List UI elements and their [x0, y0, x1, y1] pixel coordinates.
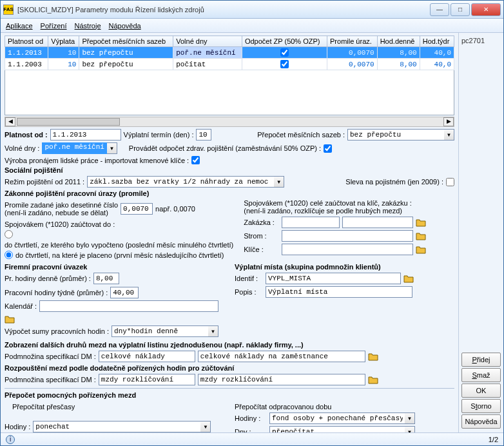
podm1-input[interactable] [99, 351, 195, 362]
vyplatni-input[interactable] [196, 129, 211, 141]
opt2-label: do čtvrtletí, na které je placeno (první… [15, 251, 224, 259]
opt1-radio[interactable] [5, 230, 13, 238]
zobr-header: Zobrazení dalších druhů mezd na výplatní… [5, 341, 304, 349]
close-button[interactable]: ✕ [471, 3, 501, 16]
folder-icon[interactable] [416, 218, 426, 227]
podm2-label: Podmnožina specifikací DM : [5, 376, 96, 383]
folder-icon[interactable] [416, 231, 426, 240]
rozp-header: Rozpouštění mezd podle dodatečně pořízen… [5, 364, 234, 372]
folder-icon[interactable] [5, 315, 15, 324]
folder-icon[interactable] [368, 375, 378, 384]
podm2-input[interactable] [198, 351, 365, 362]
col-volne[interactable]: Volné dny [173, 36, 242, 47]
table-row[interactable]: 1.1.201310bez přepočtupoř.ne měsíční0,00… [5, 47, 454, 59]
folder-icon[interactable] [416, 245, 426, 254]
kalendar-input[interactable] [39, 300, 218, 312]
folder-icon[interactable] [403, 274, 414, 283]
grid-hscroll[interactable]: ◀ ▶ [5, 117, 454, 127]
help-icon[interactable]: i [6, 435, 15, 444]
popis-input[interactable] [266, 286, 412, 298]
prach-label: Pracovní hodiny týdně (průměr) : [5, 289, 108, 296]
ident-label: Identif : [235, 275, 263, 282]
row-odpocet-checkbox[interactable] [280, 60, 289, 68]
col-odpocet[interactable]: Odpočet ZP (50% OZP) [242, 36, 327, 47]
strom-label: Strom : [244, 232, 279, 240]
menu-nastroje[interactable]: Nástroje [75, 22, 101, 30]
odpocet-checkbox[interactable] [324, 144, 332, 153]
zakon-header: Zákonné pojištění pracovní úrazy (promil… [5, 189, 149, 197]
menu-aplikace[interactable]: Aplikace [6, 22, 33, 30]
prep-pres-label: Přepočítat přesčasy [12, 403, 75, 411]
platnost-label: Platnost od : [5, 131, 48, 139]
volne-label: Volné dny : [5, 144, 39, 152]
minimize-button[interactable]: — [430, 3, 449, 16]
volne-select[interactable]: poř.ne měsíční [42, 142, 106, 154]
scroll-right-icon[interactable]: ▶ [443, 117, 454, 126]
col-hodt[interactable]: Hod.týdr [420, 36, 454, 47]
firemni-header: Firemní pracovní úvazek [5, 263, 87, 271]
zakazka-input[interactable] [282, 217, 340, 228]
window-title: [SKOLICI_MZDY] Parametry modulu Řízení l… [17, 6, 430, 14]
rozp2-input[interactable] [198, 374, 365, 385]
strom-input[interactable] [282, 230, 413, 242]
col-platnost[interactable]: Platnost od [5, 36, 48, 47]
ident-input[interactable] [266, 273, 401, 284]
table-row[interactable]: 1.1.200310bez přepočtupočítat0,00708,004… [5, 59, 454, 70]
app-icon: FAS [3, 5, 14, 15]
menu-porizeni[interactable]: Pořízení [41, 22, 67, 30]
dropdown-icon[interactable]: ▼ [107, 142, 117, 154]
rezim-label: Režim pojištění od 2011 : [5, 178, 84, 186]
pc-label: pc2701 [461, 37, 501, 44]
col-hodd[interactable]: Hod.denně [377, 36, 420, 47]
dropdown-icon[interactable]: ▼ [200, 421, 211, 432]
promile-example: např. 0,0070 [155, 205, 195, 213]
rezim-select[interactable] [87, 176, 274, 188]
dropdown-icon[interactable]: ▼ [208, 325, 218, 337]
menubar: Aplikace Pořízení Nástroje Nápověda [1, 19, 503, 33]
prach-input[interactable] [110, 287, 139, 298]
help-button[interactable]: Nápověda [461, 414, 501, 429]
rozp1-input[interactable] [99, 374, 195, 385]
opt2-radio[interactable] [5, 251, 13, 259]
vyplatni-label: Výplatní termín (den) : [124, 131, 194, 139]
data-grid[interactable]: Platnost od Výplata Přepočet měsíčních s… [5, 35, 454, 70]
hodiny-select[interactable] [33, 421, 200, 432]
scroll-left-icon[interactable]: ◀ [5, 117, 15, 126]
col-promile[interactable]: Promile úraz. [327, 36, 378, 47]
vyroba-label: Výroba pronájem lidské práce - importova… [5, 157, 189, 164]
soc-header: Sociální pojištění [5, 166, 63, 174]
grid-empty [5, 70, 454, 115]
dropdown-icon[interactable]: ▼ [444, 129, 454, 141]
side-panel: pc2701 PPřidejřidej Smaž OK Storno Nápov… [458, 33, 503, 432]
sleva-checkbox[interactable] [446, 178, 454, 186]
promile-label1: Promile zadané jako desetinné číslo [5, 201, 118, 209]
klice-input[interactable] [282, 244, 413, 255]
hodiny-label: Hodiny : [5, 423, 30, 431]
col-vyplata[interactable]: Výplata [48, 36, 79, 47]
scroll-thumb[interactable] [17, 118, 120, 126]
dropdown-icon[interactable]: ▼ [405, 426, 415, 432]
platnost-input[interactable] [50, 129, 121, 141]
vypsum-select[interactable] [111, 325, 208, 337]
delete-button[interactable]: Smaž [461, 368, 501, 382]
promile-input[interactable] [121, 203, 153, 215]
dny-select[interactable] [269, 426, 405, 432]
ok-button[interactable]: OK [461, 383, 501, 398]
row-odpocet-checkbox[interactable] [280, 48, 289, 57]
menu-napoveda[interactable]: Nápověda [109, 22, 141, 30]
storno-button[interactable]: Storno [461, 399, 501, 413]
prhod-input[interactable] [93, 273, 119, 284]
dropdown-icon[interactable]: ▼ [405, 412, 415, 424]
zakazka-input2[interactable] [342, 217, 413, 228]
vypsum-label: Výpočet sumy pracovních hodin : [5, 327, 109, 335]
add-button[interactable]: PPřidejřidej [461, 353, 501, 367]
maximize-button[interactable]: □ [451, 3, 470, 16]
vyroba-checkbox[interactable] [191, 156, 200, 164]
spoj-label2: (není-li zadáno, rozklíčuje se podle hru… [244, 207, 454, 215]
prepocet-select[interactable] [347, 129, 444, 141]
dropdown-icon[interactable]: ▼ [274, 176, 284, 188]
hod2-select[interactable] [269, 412, 405, 424]
vypm-header: Výplatní místa (skupina podmnožin klient… [235, 263, 381, 271]
folder-icon[interactable] [368, 352, 378, 361]
col-prepocet[interactable]: Přepočet měsíčních sazeb [79, 36, 173, 47]
